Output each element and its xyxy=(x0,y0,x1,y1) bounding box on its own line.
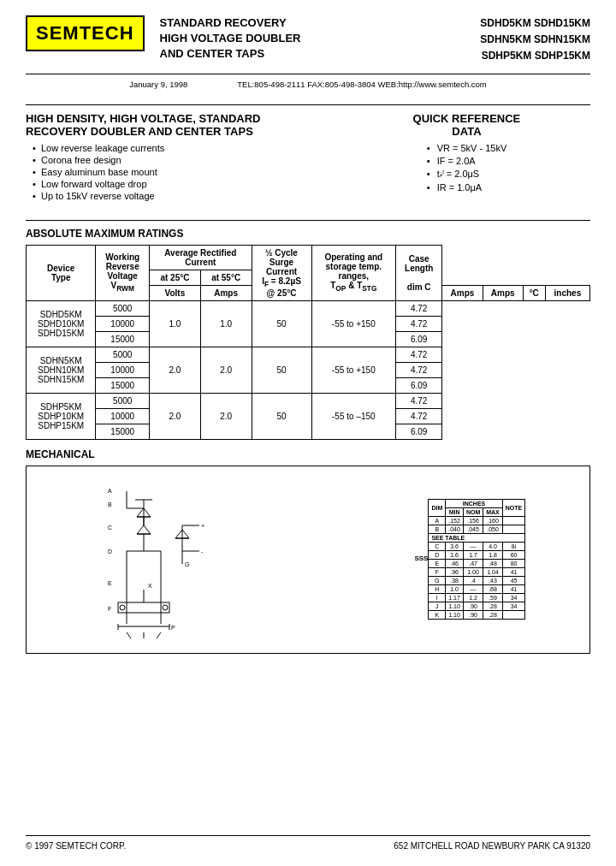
svg-text:E: E xyxy=(108,580,112,586)
table-row: F.961.001.0441 xyxy=(429,568,525,577)
table-row: SEE TABLE xyxy=(429,534,525,543)
qrd-list: VR = 5kV - 15kV IF = 2.0A tᵣᴵ = 2.0μS IR… xyxy=(427,143,507,195)
case-3b: 4.72 xyxy=(396,408,442,424)
table-row: J1.10.90.2834 xyxy=(429,602,525,611)
voltage-3c: 15000 xyxy=(96,424,150,439)
surge-2: 50 xyxy=(252,347,311,393)
mechanical-table-area: SSS DIM INCHES NOTE MIN NOM MAX xyxy=(358,473,583,646)
page: SEMTECH STANDARD RECOVERY HIGH VOLTAGE D… xyxy=(0,0,616,866)
voltage-1a: 5000 xyxy=(96,300,150,316)
case-3c: 6.09 xyxy=(396,424,442,439)
case-1b: 4.72 xyxy=(396,316,442,331)
svg-point-20 xyxy=(120,605,125,610)
table-row: A.152.156.160 xyxy=(429,517,525,525)
mechanical-title: MECHANICAL xyxy=(26,448,590,460)
voltage-2b: 10000 xyxy=(96,362,150,377)
device-names-2: SDHN5KMSDHN10KMSDHN15KM xyxy=(27,347,96,393)
svg-line-41 xyxy=(157,632,161,638)
device-names-3: SDHP5KMSDHP10KMSDHP15KM xyxy=(27,393,96,439)
mechanical-section: MECHANICAL xyxy=(26,448,590,654)
svg-text:P: P xyxy=(171,625,175,631)
avg55-3: 2.0 xyxy=(200,393,252,439)
svg-line-39 xyxy=(127,632,131,638)
avg55-2: 2.0 xyxy=(200,347,252,393)
voltage-3a: 5000 xyxy=(96,393,150,408)
table-row: K1.10.90.28 xyxy=(429,611,525,620)
unit-amps2: Amps xyxy=(442,285,483,300)
dim-col-dim: DIM xyxy=(429,500,446,517)
temp-2: -55 to +150 xyxy=(311,347,396,393)
avg25-2: 2.0 xyxy=(150,347,201,393)
temp-1: -55 to +150 xyxy=(311,300,396,347)
left-column: HIGH DENSITY, HIGH VOLTAGE, STANDARD REC… xyxy=(26,112,323,203)
temp-3: -55 to –150 xyxy=(311,393,396,439)
voltage-1b: 10000 xyxy=(96,316,150,331)
schematic-svg: A B C D E F xyxy=(101,474,281,645)
table-row: SDHD5KMSDHD10KMSDHD15KM 5000 1.0 1.0 50 … xyxy=(27,300,590,316)
date: January 9, 1998 xyxy=(129,80,187,89)
feature-2: Corona free design xyxy=(33,155,323,165)
case-3a: 4.72 xyxy=(396,393,442,408)
header: SEMTECH STANDARD RECOVERY HIGH VOLTAGE D… xyxy=(26,15,590,65)
title-line3: AND CENTER TAPS xyxy=(160,46,481,62)
case-1c: 6.09 xyxy=(396,331,442,347)
voltage-2a: 5000 xyxy=(96,347,150,362)
footer: © 1997 SEMTECH CORP. 652 MITCHELL ROAD N… xyxy=(26,835,590,851)
dim-nom: NOM xyxy=(463,508,483,517)
voltage-2c: 15000 xyxy=(96,377,150,393)
feature-5: Up to 15kV reverse voltage xyxy=(33,191,323,201)
svg-point-21 xyxy=(163,605,168,610)
mechanical-diagram: A B C D E F xyxy=(33,473,349,646)
dim-min: MIN xyxy=(446,508,464,517)
title-line1: STANDARD RECOVERY xyxy=(160,15,481,31)
svg-text:C: C xyxy=(108,525,112,531)
ratings-table: DeviceType WorkingReverseVoltageVRWM Ave… xyxy=(26,245,590,440)
feature-3: Easy aluminum base mount xyxy=(33,167,323,177)
table-row: SDHP5KMSDHP10KMSDHP15KM 5000 2.0 2.0 50 … xyxy=(27,393,590,408)
avg25-3: 2.0 xyxy=(150,393,201,439)
unit-amps3: Amps xyxy=(483,285,523,300)
col-op-storage: Operating andstorage temp.ranges,TOP & T… xyxy=(311,245,396,300)
dim-col-inches: INCHES xyxy=(446,500,503,508)
table-row: H1.0—.6841 xyxy=(429,585,525,594)
col-at55: at 55°C xyxy=(200,270,252,285)
svg-text:-: - xyxy=(201,549,204,555)
mechanical-box: A B C D E F xyxy=(26,466,590,654)
dim-max: MAX xyxy=(483,508,503,517)
unit-amps1: Amps xyxy=(200,285,252,300)
surge-3: 50 xyxy=(252,393,311,439)
title-line2: HIGH VOLTAGE DOUBLER xyxy=(160,31,481,46)
qrd-item-2: IF = 2.0A xyxy=(427,156,507,166)
svg-text:X: X xyxy=(148,583,152,589)
case-1a: 4.72 xyxy=(396,300,442,316)
col-half-cycle: ½ CycleSurgeCurrentIF = 8.2µS@ 25°C xyxy=(252,245,311,300)
intro-section: HIGH DENSITY, HIGH VOLTAGE, STANDARD REC… xyxy=(26,112,590,203)
header-divider xyxy=(26,74,590,74)
voltage-1c: 15000 xyxy=(96,331,150,347)
feature-4: Low forward voltage drop xyxy=(33,179,323,189)
case-2a: 4.72 xyxy=(396,347,442,362)
top-section-divider xyxy=(26,104,590,105)
part-number-1: SDHD5KM SDHD15KM xyxy=(480,15,590,32)
unit-volts: Volts xyxy=(150,285,201,300)
svg-rect-19 xyxy=(118,602,169,613)
dim-col-note: NOTE xyxy=(502,500,524,517)
product-header-title: STANDARD RECOVERY HIGH VOLTAGE DOUBLER A… xyxy=(160,15,481,62)
qrd-item-1: VR = 5kV - 15kV xyxy=(427,143,507,153)
product-title: HIGH DENSITY, HIGH VOLTAGE, STANDARD REC… xyxy=(26,112,323,138)
logo: SEMTECH xyxy=(26,15,145,51)
svg-text:D: D xyxy=(108,549,112,555)
qrd-item-3: tᵣᴵ = 2.0μS xyxy=(427,169,507,180)
unit-c: °C xyxy=(523,285,545,300)
avg25-1: 1.0 xyxy=(150,300,201,347)
case-2b: 4.72 xyxy=(396,362,442,377)
dim-table-label: SSS xyxy=(414,555,428,562)
surge-1: 50 xyxy=(252,300,311,347)
svg-marker-6 xyxy=(137,525,151,534)
table-row: C3.6—4.08i xyxy=(429,543,525,551)
abs-max-section: ABSOLUTE MAXIMUM RATINGS DeviceType Work… xyxy=(26,228,590,440)
table-row: D1.61.71.860 xyxy=(429,551,525,560)
qrd-title: QUICK REFERENCE DATA xyxy=(343,112,590,138)
part-numbers: SDHD5KM SDHD15KM SDHN5KM SDHN15KM SDHP5K… xyxy=(480,15,590,65)
contact-info: TEL:805-498-2111 FAX:805-498-3804 WEB:ht… xyxy=(237,80,487,89)
